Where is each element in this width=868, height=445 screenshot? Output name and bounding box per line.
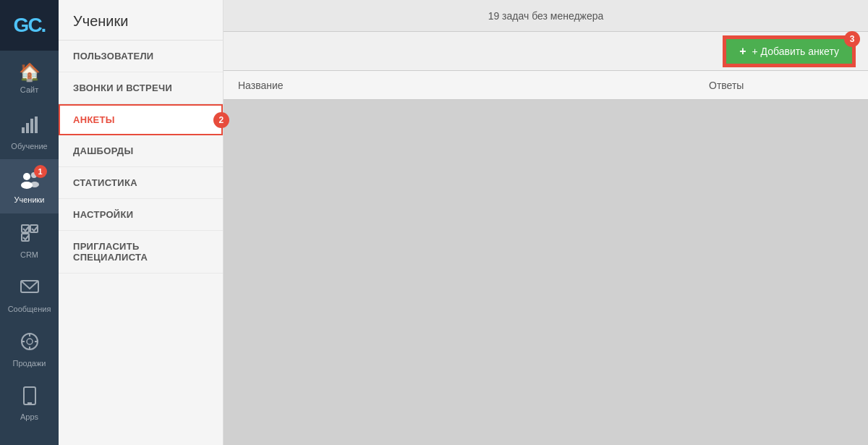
- svg-rect-2: [30, 119, 33, 133]
- logo[interactable]: GC.: [0, 0, 59, 51]
- sidebar-item-surveys[interactable]: АНКЕТЫ 2: [59, 104, 223, 135]
- sidebar-item-invite[interactable]: ПРИГЛАСИТЬ СПЕЦИАЛИСТА: [59, 231, 223, 274]
- learning-icon: [20, 114, 40, 139]
- add-survey-button[interactable]: + + Добавить анкету 3: [725, 38, 854, 65]
- table-body: [224, 100, 868, 445]
- nav-label-site: Сайт: [20, 85, 38, 94]
- nav-label-messages: Сообщения: [8, 305, 51, 313]
- svg-rect-3: [35, 116, 38, 133]
- plus-icon: +: [739, 45, 746, 58]
- svg-point-7: [30, 182, 39, 187]
- svg-rect-0: [22, 127, 25, 133]
- sidebar-item-statistics[interactable]: СТАТИСТИКА: [59, 167, 223, 199]
- top-bar: 19 задач без менеджера: [224, 0, 868, 32]
- sidebar-item-settings[interactable]: НАСТРОЙКИ: [59, 199, 223, 231]
- nav-item-learning[interactable]: Обучение: [0, 105, 59, 159]
- site-icon: 🏠: [19, 62, 41, 82]
- nav-label-apps: Apps: [20, 412, 38, 421]
- nav-item-students[interactable]: 1 Ученики: [0, 159, 59, 213]
- nav-label-crm: CRM: [20, 250, 38, 259]
- step3-badge: 3: [844, 31, 860, 47]
- nav-item-site[interactable]: 🏠 Сайт: [0, 51, 59, 105]
- sidebar-item-users[interactable]: ПОЛЬЗОВАТЕЛИ: [59, 41, 223, 72]
- nav-label-students: Ученики: [14, 195, 44, 204]
- svg-rect-18: [24, 387, 35, 404]
- apps-icon: [22, 386, 38, 410]
- step2-badge: 2: [213, 112, 229, 128]
- top-bar-text: 19 задач без менеджера: [488, 10, 604, 22]
- nav-label-sales: Продажи: [13, 359, 46, 368]
- logo-text: GC.: [14, 14, 46, 37]
- col-answers-header: Ответы: [709, 80, 854, 91]
- col-name-header: Название: [238, 80, 709, 91]
- svg-rect-1: [26, 123, 29, 133]
- sidebar-item-surveys-label: АНКЕТЫ: [73, 114, 115, 125]
- nav-item-crm[interactable]: CRM: [0, 213, 59, 268]
- table-header: Название Ответы: [224, 71, 868, 100]
- nav-item-apps[interactable]: Apps: [0, 376, 59, 431]
- students-icon-wrapper: 1: [20, 169, 40, 192]
- sidebar-item-calls[interactable]: ЗВОНКИ И ВСТРЕЧИ: [59, 72, 223, 104]
- svg-point-13: [27, 339, 33, 344]
- sidebar-item-dashboards[interactable]: ДАШБОРДЫ: [59, 135, 223, 167]
- icon-nav: GC. 🏠 Сайт Обучение 1 Ученики: [0, 0, 59, 445]
- sidebar-title: Ученики: [59, 0, 223, 41]
- add-button-label: + Добавить анкету: [752, 46, 839, 57]
- nav-item-sales[interactable]: Продажи: [0, 322, 59, 376]
- crm-icon: [20, 223, 40, 247]
- nav-item-messages[interactable]: Сообщения: [0, 268, 59, 322]
- sales-icon: [20, 331, 40, 356]
- messages-icon: [20, 277, 40, 302]
- students-badge: 1: [34, 165, 47, 178]
- main-content: 19 задач без менеджера + + Добавить анке…: [224, 0, 868, 445]
- content-header: + + Добавить анкету 3: [224, 32, 868, 71]
- nav-label-learning: Обучение: [11, 142, 47, 151]
- svg-point-4: [23, 173, 30, 180]
- sidebar: Ученики ПОЛЬЗОВАТЕЛИ ЗВОНКИ И ВСТРЕЧИ АН…: [59, 0, 224, 445]
